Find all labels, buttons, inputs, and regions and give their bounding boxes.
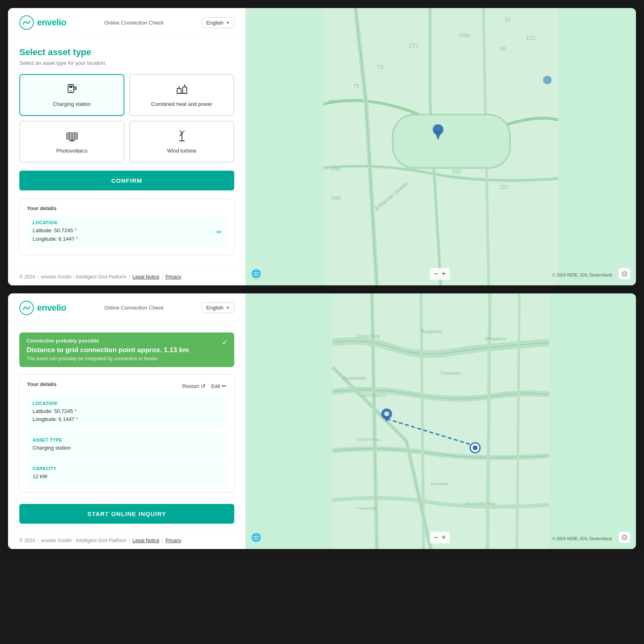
edit-label: Edit [211,383,220,389]
app-header-1: envelio Online Connection Check English … [8,8,246,36]
header-title-1: Online Connection Check [104,20,163,26]
company-name-2: envelio GmbH - Intelligent Grid Platform [41,538,126,543]
svg-text:Panzstraße: Panzstraße [357,506,377,510]
logo-area-2: envelio [19,301,66,315]
zoom-in-icon-2[interactable]: + [442,533,446,542]
svg-text:59: 59 [500,45,506,52]
confirm-button[interactable]: CONFIRM [19,171,234,190]
panel-1: envelio Online Connection Check English … [8,8,636,285]
chp-label: Combined heat and power [151,101,213,107]
app-header-2: envelio Online Connection Check English … [8,293,246,321]
form-footer-2: © 2024 | envelio GmbH - Intelligent Grid… [8,532,246,549]
zoom-controls-1[interactable]: − + [430,268,450,280]
map-svg-1: 61 122 59 59A 77 75 73 272 276 292 296 2… [246,8,636,285]
svg-point-41 [543,76,551,84]
zoom-out-icon-1[interactable]: − [434,270,438,278]
logo-text: envelio [37,17,66,28]
logo-text-2: envelio [37,303,66,313]
asset-card-charging[interactable]: Charging station [19,74,124,116]
location-detail-row: LOCATION Latitude: 50.7245 ° Longitude: … [27,215,227,248]
map-settings-icon-2[interactable]: ⊙ [619,532,630,543]
photovoltaics-icon [66,130,78,144]
svg-text:77: 77 [328,99,334,105]
svg-text:292: 292 [331,165,341,172]
map-side-2: Eicher Weg Burggasse Berggasse Hauptstra… [246,293,636,549]
company-name-1: envelio GmbH - Intelligent Grid Platform [41,274,126,280]
banner-header-text: Connection probably possible [27,338,227,344]
checkmark-icon: ✓ [222,338,228,347]
globe-icon-2[interactable]: 🌐 [251,533,261,542]
svg-rect-2 [69,86,72,88]
svg-text:290: 290 [451,168,461,175]
banner-main-text: Distance to grid connection point approx… [27,346,227,354]
restart-button[interactable]: Restart ↺ [182,383,206,389]
asset-type-grid: Charging station Combined heat and powe [19,74,234,163]
chevron-down-icon-2: ▼ [226,305,230,310]
svg-text:122: 122 [526,35,536,41]
privacy-link-2[interactable]: Privacy [165,538,181,543]
start-inquiry-button[interactable]: START ONLINE INQUIRY [19,504,234,524]
zoom-in-icon-1[interactable]: + [442,270,446,278]
svg-rect-4 [177,89,181,93]
pv-label: Photovoltaics [56,148,87,154]
svg-text:Hauptstraße: Hauptstraße [343,375,367,380]
svg-point-59 [473,445,477,450]
map-svg-2: Eicher Weg Burggasse Berggasse Hauptstra… [246,293,636,549]
capacity-value: 12 kW [33,473,221,481]
header-title-2: Online Connection Check [104,305,163,311]
map-settings-icon-1[interactable]: ⊙ [619,268,630,279]
language-selector-1[interactable]: English ▼ [202,17,234,28]
section-subtitle-1: Select an asset type for your location. [19,60,234,66]
globe-icon-1[interactable]: 🌐 [251,269,261,279]
language-selector-2[interactable]: English ▼ [202,302,234,313]
asset-card-pv[interactable]: Photovoltaics [19,121,124,163]
map-controls-2: 🌐 − + ⊙ [246,532,636,543]
asset-card-chp[interactable]: Combined heat and power [129,74,234,116]
copyright-1: © 2024 [19,274,35,280]
svg-text:Schelchenau: Schelchenau [357,437,380,442]
section-title-1: Select asset type [19,47,234,58]
form-side-2: envelio Online Connection Check English … [8,293,246,549]
chp-icon [175,83,188,98]
latitude-value-1: Latitude: 50.7245 ° [33,227,221,235]
wind-turbine-label: Wind turbine [167,148,196,154]
svg-text:73: 73 [377,64,383,70]
banner-sub-text: The asset can probably be integrated by … [27,356,227,361]
pencil-icon-1[interactable]: ✏ [217,228,222,235]
panel-2: envelio Online Connection Check English … [8,293,636,549]
svg-text:Flurstraße: Flurstraße [441,370,461,375]
copyright-2: © 2024 [19,538,35,543]
zoom-controls-2[interactable]: − + [430,532,450,543]
details-box-2: Your details Restart ↺ Edit ✏ LO [19,374,234,493]
svg-text:Burggasse: Burggasse [421,328,442,333]
wind-turbine-icon [175,130,188,144]
envelio-logo-icon [19,15,34,30]
form-side-1: envelio Online Connection Check English … [8,8,246,285]
lang-label-1: English [206,20,223,26]
legal-notice-link-2[interactable]: Legal Notice [132,538,159,543]
form-content-1: Select asset type Select an asset type f… [8,36,246,268]
logo-area: envelio [19,15,66,30]
asset-card-wind[interactable]: Wind turbine [129,121,234,163]
svg-text:DESTBACH: DESTBACH [362,392,386,397]
svg-point-57 [384,411,389,416]
svg-text:Barscheider Weg: Barscheider Weg [465,501,495,506]
zoom-out-icon-2[interactable]: − [434,533,438,542]
svg-text:Eicher Weg: Eicher Weg [357,334,380,339]
svg-rect-38 [393,115,510,168]
envelio-logo-icon-2 [19,301,34,315]
legal-notice-link-1[interactable]: Legal Notice [132,274,159,280]
asset-type-value: Charging station [33,444,221,452]
svg-text:59A: 59A [459,32,470,39]
svg-text:296: 296 [331,195,341,201]
svg-text:61: 61 [505,16,511,23]
privacy-link-1[interactable]: Privacy [165,274,181,280]
location-section: LOCATION Latitude: 50.7245 ° Longitude: … [27,396,227,429]
charging-station-label: Charging station [53,101,91,107]
svg-text:272: 272 [409,43,419,49]
capacity-section: CAPACITY 12 kW [27,461,227,486]
map-controls-1: 🌐 − + ⊙ [246,268,636,280]
restart-icon: ↺ [201,383,206,389]
edit-button[interactable]: Edit ✏ [211,383,227,389]
svg-text:Berggasse: Berggasse [485,336,506,341]
